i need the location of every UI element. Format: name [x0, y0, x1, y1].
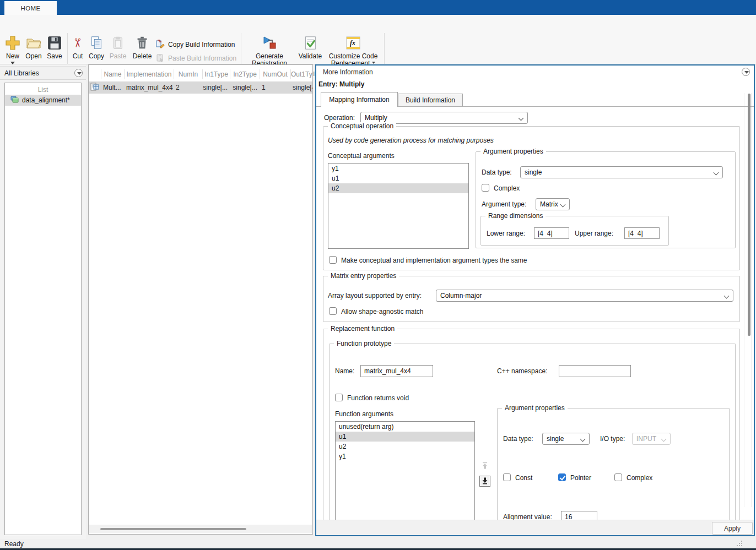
- matrix-entry-properties-title: Matrix entry properties: [328, 272, 399, 280]
- pointer-checkbox[interactable]: [558, 473, 566, 481]
- cell-implementation: matrix_mul_4x4: [124, 84, 174, 91]
- move-down-button[interactable]: [479, 476, 490, 487]
- table-row[interactable]: Mult... matrix_mul_4x4 2 single[... sing…: [89, 81, 312, 94]
- function-data-type-value: single: [547, 435, 564, 443]
- apply-button[interactable]: Apply: [712, 522, 753, 535]
- list-item-u1[interactable]: u1: [336, 432, 474, 442]
- copy-button[interactable]: Copy: [87, 33, 106, 60]
- list-item-y1[interactable]: y1: [336, 451, 474, 461]
- upper-range-field[interactable]: [624, 227, 660, 239]
- libraries-list: List data_alignment*: [4, 83, 82, 535]
- validate-icon: [303, 33, 318, 53]
- list-item-y1[interactable]: y1: [328, 164, 468, 173]
- list-item-unused[interactable]: unused(return arg): [336, 422, 474, 432]
- operation-dropdown-value: Multiply: [365, 114, 387, 122]
- customize-code-replacement-button[interactable]: fx Customize Code Replacement: [327, 33, 379, 67]
- vertical-scrollbar-thumb[interactable]: [748, 94, 750, 336]
- delete-button[interactable]: Delete: [131, 33, 153, 60]
- conceptual-subtitle: Used by code generation process for matc…: [328, 137, 494, 144]
- column-numout[interactable]: NumOut: [260, 69, 290, 79]
- paste-build-icon: [156, 53, 165, 64]
- chevron-down-icon: [714, 170, 719, 176]
- complex-checkbox[interactable]: [614, 473, 622, 481]
- shape-agnostic-checkbox[interactable]: [329, 307, 337, 315]
- argument-type-label: Argument type:: [482, 200, 526, 208]
- operation-label: Operation:: [324, 114, 355, 122]
- argument-type-dropdown[interactable]: Matrix: [536, 198, 570, 210]
- tab-mapping-label: Mapping Information: [329, 96, 389, 104]
- list-item-u1[interactable]: u1: [328, 173, 468, 183]
- column-out1type[interactable]: Out1Type: [290, 69, 312, 79]
- const-checkbox-label: Const: [515, 474, 532, 482]
- complex-checkbox-label: Complex: [627, 474, 652, 482]
- validate-button[interactable]: Validate: [294, 33, 326, 60]
- apply-bar: Apply: [316, 520, 754, 535]
- column-in2type[interactable]: In2Type: [230, 69, 260, 79]
- const-checkbox[interactable]: [503, 473, 511, 481]
- library-item-label: data_alignment*: [22, 96, 70, 104]
- paste-button[interactable]: Paste: [108, 33, 128, 60]
- new-button[interactable]: New: [3, 33, 23, 67]
- column-in1type[interactable]: In1Type: [202, 69, 230, 79]
- save-button[interactable]: Save: [45, 33, 64, 60]
- move-up-button[interactable]: [479, 461, 490, 472]
- cut-button[interactable]: ✂ Cut: [69, 33, 86, 60]
- lower-range-field[interactable]: [534, 227, 569, 239]
- argument-properties-title: Argument properties: [502, 404, 568, 412]
- tab-mapping-information[interactable]: Mapping Information: [321, 92, 398, 107]
- resize-grip-icon[interactable]: [736, 540, 743, 548]
- delete-button-label: Delete: [133, 53, 152, 60]
- tab-home[interactable]: HOME: [4, 1, 57, 15]
- ribbon: New Open Save FILE ✂ Cut Copy Paste D: [0, 15, 756, 64]
- panel-menu-icon[interactable]: [74, 69, 83, 77]
- function-name-field[interactable]: [360, 365, 433, 377]
- entries-table-header: Name Implementation NumIn In1Type In2Typ…: [89, 67, 312, 81]
- delete-icon: [134, 33, 150, 53]
- entries-table-panel: Name Implementation NumIn In1Type In2Typ…: [88, 64, 313, 535]
- io-type-dropdown[interactable]: INPUT: [632, 433, 671, 445]
- data-type-label: Data type:: [482, 168, 512, 176]
- data-type-dropdown[interactable]: single: [520, 166, 723, 178]
- array-layout-label: Array layout supported by entry:: [328, 292, 422, 299]
- function-data-type-dropdown[interactable]: single: [542, 433, 590, 445]
- pointer-checkbox-label: Pointer: [570, 474, 591, 482]
- column-implementation[interactable]: Implementation: [124, 69, 174, 79]
- column-name[interactable]: Name: [101, 69, 124, 79]
- open-button[interactable]: Open: [23, 33, 44, 60]
- paste-icon: [110, 33, 126, 53]
- same-types-checkbox[interactable]: [329, 256, 337, 264]
- paste-build-information-button[interactable]: Paste Build Information: [156, 53, 236, 63]
- conceptual-arguments-list: y1 u1 u2: [328, 163, 469, 249]
- copy-icon: [89, 33, 104, 53]
- cell-numin: 2: [174, 84, 202, 91]
- range-dimensions-group: Range dimensions Lower range: Upper rang…: [480, 216, 669, 246]
- library-item-data-alignment[interactable]: data_alignment*: [5, 95, 81, 106]
- argument-properties-title: Argument properties: [480, 148, 546, 155]
- tab-build-label: Build Information: [406, 96, 455, 104]
- cell-name: Mult...: [101, 84, 124, 91]
- cpp-namespace-field[interactable]: [559, 365, 631, 377]
- cell-numout: 1: [260, 84, 290, 91]
- libraries-list-header: List: [5, 85, 81, 95]
- open-icon: [25, 33, 42, 53]
- returns-void-checkbox-label: Function returns void: [347, 394, 409, 402]
- column-icon: [89, 69, 101, 79]
- panel-menu-icon[interactable]: [742, 68, 750, 76]
- data-type-value: single: [525, 168, 542, 176]
- chevron-down-icon: [580, 437, 586, 442]
- complex-checkbox[interactable]: [482, 184, 489, 192]
- list-item-u2[interactable]: u2: [336, 442, 474, 451]
- horizontal-scrollbar-thumb[interactable]: [100, 528, 246, 530]
- generate-registration-icon: [261, 33, 278, 53]
- validate-button-label: Validate: [299, 53, 322, 60]
- array-layout-dropdown[interactable]: Column-major: [436, 290, 733, 302]
- customize-code-icon-text: fx: [350, 39, 355, 47]
- tab-home-label: HOME: [20, 5, 40, 12]
- returns-void-checkbox[interactable]: [335, 394, 343, 401]
- column-numin[interactable]: NumIn: [174, 69, 202, 79]
- paste-build-information-label: Paste Build Information: [168, 55, 236, 62]
- tab-build-information[interactable]: Build Information: [398, 94, 463, 106]
- list-item-u2[interactable]: u2: [328, 183, 468, 193]
- function-prototype-group: Function prototype Name: C++ namespace: …: [329, 344, 736, 520]
- copy-build-information-button[interactable]: Copy Build Information: [156, 40, 235, 50]
